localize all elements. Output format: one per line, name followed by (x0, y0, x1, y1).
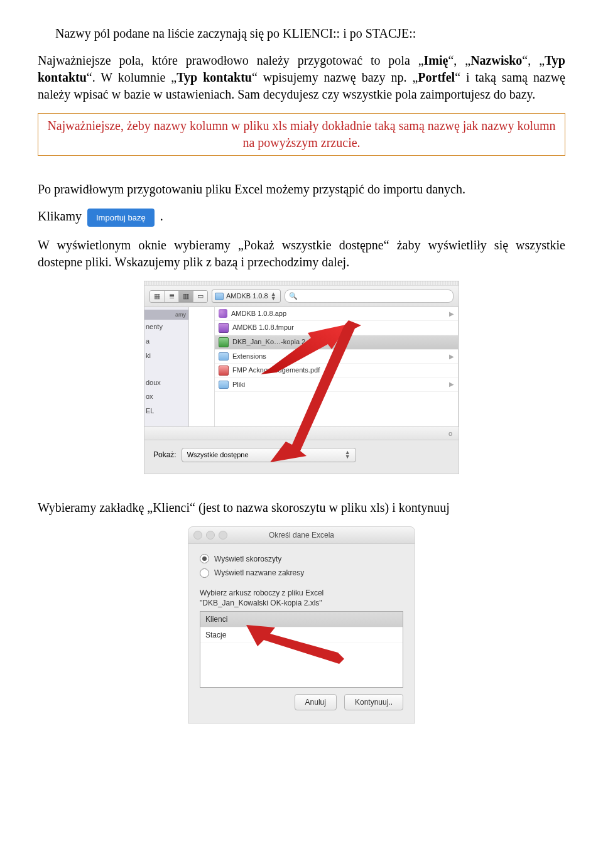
excel-data-dialog: Określ dane Excela Wyświetl skoroszyty W… (188, 526, 415, 724)
radio-show-workbooks[interactable]: Wyświetl skoroszyty (200, 554, 403, 564)
list-item[interactable]: Klienci (200, 612, 403, 627)
pdf-icon (219, 366, 229, 376)
sidebar-item[interactable]: ki (144, 349, 188, 363)
view-cover-icon[interactable]: ▭ (193, 291, 207, 302)
instruction-text: "DKB_Jan_Kowalski OK-kopia 2.xls" (200, 598, 403, 608)
radio-label: Wyświetl nazwane zakresy (214, 568, 304, 578)
text: “. W kolumnie „ (87, 70, 177, 84)
sidebar-item[interactable]: EL (144, 404, 188, 418)
open-file-dialog: ▦ ≣ ▥ ▭ AMDKB 1.0.8 ▲▼ 🔍 amy nenty a ki … (144, 281, 459, 474)
show-filetype-select[interactable]: Wszystkie dostępne ▲▼ (182, 448, 356, 462)
app-icon (219, 309, 227, 318)
worksheet-listbox[interactable]: Klienci Stacje (200, 611, 403, 688)
sidebar-header: amy (144, 310, 188, 320)
text: Najważniejsze pola, które prawodłowo nal… (38, 53, 424, 67)
text: Klikamy (38, 209, 85, 223)
dialog-title: Określ dane Excela (269, 530, 334, 540)
file-row[interactable]: Pliki ▶ (215, 378, 458, 392)
file-row[interactable]: FMP Acknowledgements.pdf (215, 364, 458, 378)
window-controls[interactable] (193, 531, 227, 540)
divider-mark: o (448, 429, 452, 438)
folder-icon (219, 352, 229, 361)
text: Najważniejsze, żeby nazwy kolumn w pliku… (47, 119, 555, 149)
zoom-dot-icon[interactable] (219, 531, 227, 540)
text: Typ kontaktu (177, 70, 252, 84)
file-name: AMDKB 1.0.8.fmpur (232, 323, 294, 332)
chevron-right-icon: ▶ (449, 310, 454, 318)
text: “, „ (448, 53, 470, 67)
path-label: AMDKB 1.0.8 (226, 291, 268, 301)
file-name: FMP Acknowledgements.pdf (232, 366, 320, 375)
continue-button[interactable]: Kontynuuj.. (344, 694, 403, 710)
file-row[interactable]: AMDKB 1.0.8.app ▶ (215, 307, 458, 321)
dialog-toolbar: ▦ ≣ ▥ ▭ AMDKB 1.0.8 ▲▼ 🔍 (144, 286, 459, 307)
view-list-icon[interactable]: ≣ (165, 291, 179, 302)
fmp-icon (219, 323, 229, 333)
import-button: Importuj bazę (87, 209, 155, 227)
folder-icon (215, 293, 224, 300)
select-value: Wszystkie dostępne (187, 450, 249, 460)
file-name: Pliki (232, 380, 245, 389)
folder-icon (219, 381, 229, 389)
radio-show-named-ranges[interactable]: Wyświetl nazwane zakresy (200, 568, 403, 578)
important-note: Najważniejsze, żeby nazwy kolumn w pliku… (38, 113, 565, 156)
chevron-right-icon: ▶ (449, 380, 454, 389)
instruction-text: Wybierz arkusz roboczy z pliku Excel (200, 588, 403, 598)
text: Portfel (418, 70, 455, 84)
file-row[interactable]: Extensions ▶ (215, 350, 458, 364)
search-input[interactable]: 🔍 (285, 290, 454, 303)
radio-label: Wyświetl skoroszyty (214, 554, 281, 564)
chevron-right-icon: ▶ (449, 352, 454, 361)
sidebar-item[interactable]: a (144, 334, 188, 349)
text: Wybieramy zakładkę „Klienci“ (jest to na… (38, 501, 450, 514)
file-row[interactable]: AMDKB 1.0.8.fmpur (215, 321, 458, 335)
text: . (160, 209, 163, 223)
file-name: DKB_Jan_Ko…-kopia 2.xls (232, 337, 316, 347)
text: Po prawidłowym przygotowaniu pliku Excel… (38, 182, 465, 196)
text: “ wpisujemy nazwę bazy np. „ (252, 70, 418, 84)
text: Nazwisko (470, 53, 522, 67)
file-name: AMDKB 1.0.8.app (231, 309, 286, 318)
sidebar-item[interactable]: ox (144, 389, 188, 404)
sidebar-item[interactable]: doux (144, 376, 188, 390)
view-icons-icon[interactable]: ▦ (150, 291, 165, 302)
dialog-titlebar: Określ dane Excela (188, 527, 415, 544)
sidebar: amy nenty a ki doux ox EL (144, 307, 189, 426)
search-icon: 🔍 (289, 291, 298, 301)
text: Imię (424, 53, 448, 67)
dropdown-arrows-icon: ▲▼ (345, 450, 350, 459)
show-label: Pokaż: (153, 450, 177, 460)
dropdown-arrows-icon: ▲▼ (271, 292, 276, 301)
xls-icon (219, 337, 229, 347)
dialog-divider: o (144, 426, 459, 440)
file-name: Extensions (232, 352, 266, 361)
minimize-dot-icon[interactable] (206, 531, 215, 540)
file-column: AMDKB 1.0.8.app ▶ AMDKB 1.0.8.fmpur DKB_… (215, 307, 459, 426)
close-dot-icon[interactable] (193, 531, 202, 540)
view-mode-segmented[interactable]: ▦ ≣ ▥ ▭ (149, 290, 208, 303)
cancel-button[interactable]: Anuluj (295, 694, 337, 710)
path-dropdown[interactable]: AMDKB 1.0.8 ▲▼ (212, 290, 281, 303)
file-row-selected[interactable]: DKB_Jan_Ko…-kopia 2.xls (215, 335, 458, 350)
radio-icon (200, 554, 209, 563)
list-item[interactable]: Stacje (200, 627, 403, 643)
radio-icon (200, 568, 209, 578)
text: Nazwy pól podane na liście zaczynają się… (55, 26, 416, 40)
sidebar-item[interactable]: nenty (144, 320, 188, 334)
view-columns-icon[interactable]: ▥ (179, 291, 193, 302)
text: W wyświetlonym oknie wybieramy „Pokaż ws… (38, 238, 565, 269)
text: “, „ (522, 53, 545, 67)
